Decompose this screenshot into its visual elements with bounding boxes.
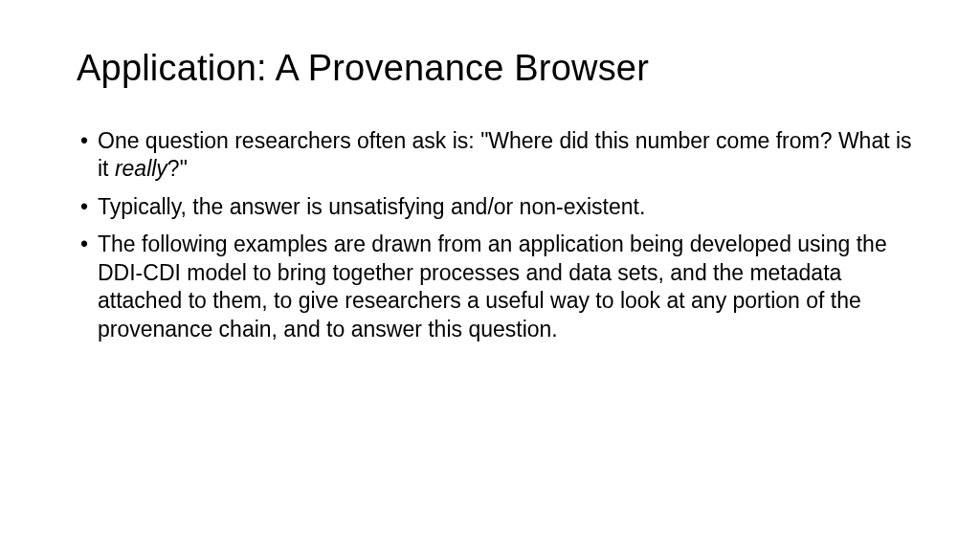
bullet-item: The following examples are drawn from an… [77,231,913,343]
bullet-list: One question researchers often ask is: "… [77,127,913,343]
bullet-text: Typically, the answer is unsatisfying an… [98,194,645,219]
slide-title: Application: A Provenance Browser [77,48,913,89]
bullet-item: Typically, the answer is unsatisfying an… [77,193,913,221]
bullet-text: The following examples are drawn from an… [98,231,887,341]
bullet-text-prefix: One question researchers often ask is: "… [98,128,912,181]
bullet-item: One question researchers often ask is: "… [77,127,913,184]
bullet-text-suffix: ?" [167,156,188,181]
bullet-text-italic: really [115,156,167,181]
